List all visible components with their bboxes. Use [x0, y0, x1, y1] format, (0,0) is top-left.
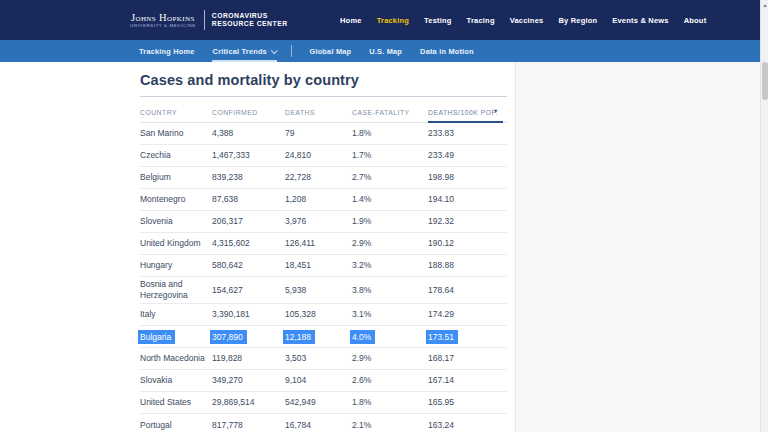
subnav-label: U.S. Map — [369, 47, 402, 56]
logo-brand-main: Johns Hopkins — [130, 12, 196, 23]
cell-confirmed: 4,388 — [212, 126, 285, 141]
cell-deaths-100k: 233.83 — [428, 126, 507, 141]
subnav-label: Critical Trends — [213, 47, 267, 56]
cell-deaths-100k: 233.49 — [428, 148, 507, 163]
cell-case-fatality: 3.2% — [352, 258, 428, 273]
logo-divider — [204, 10, 205, 30]
logo-brand-sub: UNIVERSITY & MEDICINE — [130, 23, 196, 29]
cell-case-fatality: 1.7% — [352, 148, 428, 163]
table-row: North Macedonia119,8283,5032.9%168.17 — [140, 348, 507, 370]
cell-deaths: 542,949 — [285, 395, 352, 410]
table-row: San Marino4,388791.8%233.83 — [140, 123, 507, 145]
cell-confirmed: 29,869,514 — [212, 395, 285, 410]
cell-confirmed: 206,317 — [212, 214, 285, 229]
table-header-row: COUNTRY CONFIRMED DEATHS CASE-FATALITY D… — [140, 104, 507, 123]
cell-deaths: 16,784 — [285, 418, 352, 432]
cell-deaths-100k: 167.14 — [428, 373, 507, 388]
tracking-subnav: Tracking Home Critical Trends Global Map… — [0, 40, 768, 62]
column-header-case-fatality[interactable]: CASE-FATALITY — [352, 104, 428, 122]
scrollbar-thumb[interactable] — [762, 62, 768, 100]
cell-deaths-100k: 178.64 — [428, 283, 507, 298]
cell-deaths-100k: 188.88 — [428, 258, 507, 273]
subnav-item-us-map[interactable]: U.S. Map — [368, 40, 403, 62]
cell-case-fatality: 2.9% — [352, 351, 428, 366]
nav-item-events-news[interactable]: Events & News — [612, 16, 668, 25]
cell-deaths-100k: 198.98 — [428, 170, 507, 185]
nav-item-home[interactable]: Home — [340, 16, 362, 25]
cell-deaths: 18,451 — [285, 258, 352, 273]
cell-case-fatality: 2.1% — [352, 418, 428, 432]
page-title: Cases and mortality by country — [140, 72, 507, 88]
cell-deaths: 22,728 — [285, 170, 352, 185]
table-row: United Kingdom4,315,602126,4112.9%190.12 — [140, 233, 507, 255]
site-header: Johns Hopkins UNIVERSITY & MEDICINE CORO… — [0, 0, 768, 40]
subnav-item-critical-trends[interactable]: Critical Trends — [212, 40, 278, 62]
nav-item-vaccines[interactable]: Vaccines — [510, 16, 544, 25]
cell-confirmed: 349,270 — [212, 373, 285, 388]
sort-dropdown-icon[interactable]: ▼ — [493, 108, 499, 114]
cell-country: Portugal — [140, 418, 212, 432]
cell-country: Italy — [140, 307, 212, 322]
cell-country: San Marino — [140, 126, 212, 141]
cell-case-fatality: 2.7% — [352, 170, 428, 185]
cell-confirmed: 3,390,181 — [212, 307, 285, 322]
site-logo[interactable]: Johns Hopkins UNIVERSITY & MEDICINE CORO… — [130, 10, 288, 30]
nav-item-testing[interactable]: Testing — [424, 16, 452, 25]
cell-deaths-100k: 168.17 — [428, 351, 507, 366]
table-body: San Marino4,388791.8%233.83Czechia1,467,… — [140, 123, 507, 432]
nav-item-tracing[interactable]: Tracing — [467, 16, 495, 25]
primary-nav: Home Tracking Testing Tracing Vaccines B… — [340, 0, 706, 40]
column-header-confirmed[interactable]: CONFIRMED — [212, 104, 285, 122]
chevron-down-icon — [271, 47, 277, 53]
logo-site-line1: CORONAVIRUS — [212, 12, 288, 21]
cell-confirmed: 87,638 — [212, 192, 285, 207]
cell-country: Bosnia and Herzegovina — [140, 277, 212, 303]
table-row: Hungary580,64218,4513.2%188.88 — [140, 255, 507, 277]
cell-deaths: 1,208 — [285, 192, 352, 207]
nav-item-about[interactable]: About — [684, 16, 707, 25]
cell-case-fatality: 2.6% — [352, 373, 428, 388]
cell-case-fatality: 1.8% — [352, 395, 428, 410]
cell-deaths: 79 — [285, 126, 352, 141]
cell-deaths-100k: 190.12 — [428, 236, 507, 251]
cell-confirmed: 154,627 — [212, 283, 285, 298]
subnav-label: Data in Motion — [420, 47, 474, 56]
cell-country: Slovakia — [140, 373, 212, 388]
cell-confirmed: 307,890 — [212, 329, 285, 344]
johns-hopkins-logo: Johns Hopkins UNIVERSITY & MEDICINE — [130, 12, 196, 29]
scrollbar[interactable]: ▲ — [760, 0, 768, 432]
coronavirus-resource-center-logo: CORONAVIRUS RESOURCE CENTER — [212, 12, 288, 29]
table-row: Czechia1,467,33324,8101.7%233.49 — [140, 145, 507, 167]
nav-item-by-region[interactable]: By Region — [558, 16, 597, 25]
main-content: Cases and mortality by country COUNTRY C… — [0, 62, 516, 432]
column-header-deaths-100k[interactable]: DEATHS/100K POP. ▼ — [428, 104, 507, 122]
table-row: United States29,869,514542,9491.8%165.95 — [140, 392, 507, 414]
subnav-item-data-in-motion[interactable]: Data in Motion — [419, 40, 475, 62]
nav-item-tracking[interactable]: Tracking — [377, 16, 409, 25]
cell-deaths-100k: 165.95 — [428, 395, 507, 410]
cell-confirmed: 4,315,602 — [212, 236, 285, 251]
cell-deaths: 24,810 — [285, 148, 352, 163]
cell-deaths: 105,328 — [285, 307, 352, 322]
cell-deaths: 126,411 — [285, 236, 352, 251]
scrollbar-up-arrow-icon[interactable]: ▲ — [761, 1, 768, 9]
cell-deaths-100k: 192.32 — [428, 214, 507, 229]
subnav-item-tracking-home[interactable]: Tracking Home — [138, 40, 196, 62]
cell-confirmed: 580,642 — [212, 258, 285, 273]
column-header-country[interactable]: COUNTRY — [140, 104, 212, 122]
subnav-item-global-map[interactable]: Global Map — [308, 40, 352, 62]
cell-country: Belgium — [140, 170, 212, 185]
cell-case-fatality: 1.9% — [352, 214, 428, 229]
column-header-deaths[interactable]: DEATHS — [285, 104, 352, 122]
cases-mortality-table: COUNTRY CONFIRMED DEATHS CASE-FATALITY D… — [140, 104, 507, 432]
cell-country: Bulgaria — [140, 329, 212, 344]
table-row: Portugal817,77816,7842.1%163.24 — [140, 414, 507, 432]
table-row: Belgium839,23822,7282.7%198.98 — [140, 167, 507, 189]
cell-country: United Kingdom — [140, 236, 212, 251]
cell-deaths-100k: 194.10 — [428, 192, 507, 207]
page-background — [517, 62, 760, 432]
table-row: Bosnia and Herzegovina154,6275,9383.8%17… — [140, 277, 507, 304]
cell-case-fatality: 1.4% — [352, 192, 428, 207]
cell-deaths-100k: 174.29 — [428, 307, 507, 322]
subnav-label: Global Map — [309, 47, 351, 56]
